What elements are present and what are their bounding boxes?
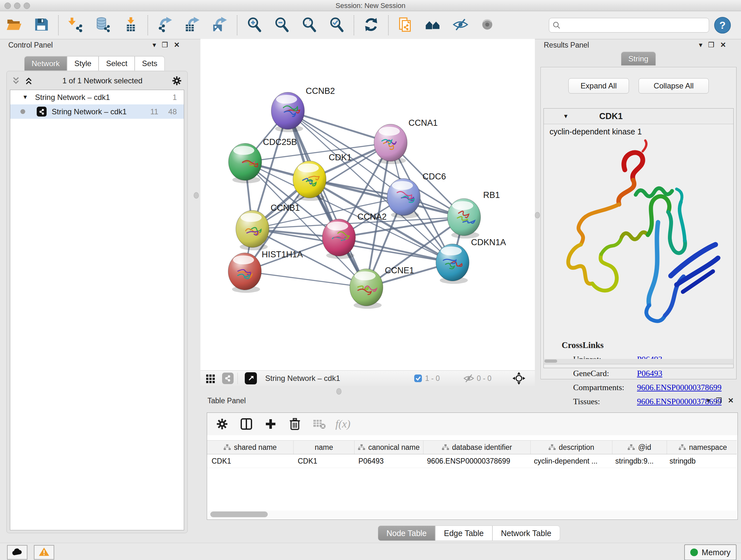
column-header-namespace[interactable]: namespace — [667, 441, 737, 454]
table-cell[interactable]: 9606.ENSP00000378699 — [422, 454, 529, 468]
hidden-eye-icon[interactable] — [463, 374, 474, 383]
export-image-button[interactable] — [211, 16, 229, 35]
network-node-RB1[interactable]: RB1 — [448, 190, 500, 239]
protein-structure-image — [549, 139, 728, 334]
close-panel-icon[interactable]: ✕ — [728, 397, 734, 404]
close-panel-icon[interactable]: ✕ — [174, 42, 180, 49]
import-network-from-database-button[interactable] — [94, 16, 112, 35]
network-view-title: String Network – cdk1 — [265, 374, 340, 383]
table-cell[interactable]: stringdb:9... — [611, 454, 665, 468]
network-view-toolbar: String Network – cdk1 1 - 0 0 - 0 — [200, 370, 535, 386]
collapse-entry-icon[interactable]: ▼ — [563, 113, 569, 120]
node-table: shared namenamecanonical namedatabase id… — [207, 440, 737, 468]
export-table-button[interactable] — [183, 16, 202, 35]
hide-unhide-button[interactable] — [451, 16, 470, 35]
collapse-all-networks-icon[interactable] — [12, 76, 20, 85]
network-name: String Network – cdk1 — [52, 107, 127, 116]
panel-menu-icon[interactable]: ▾ — [699, 42, 702, 49]
node-description: cyclin-dependent kinase 1 — [549, 127, 642, 136]
network-edge-CCNA2-CDKN1A — [339, 238, 453, 262]
results-scrollbar[interactable] — [543, 359, 734, 364]
collection-expander-icon[interactable]: ▼ — [22, 94, 28, 101]
tab-sets[interactable]: Sets — [135, 56, 165, 71]
table-cell[interactable]: CDK1 — [207, 454, 293, 468]
panel-menu-icon[interactable]: ▾ — [706, 397, 710, 404]
save-floppy-icon — [33, 17, 49, 34]
node-result-header[interactable]: ▼ CDK1 — [544, 109, 733, 124]
close-panel-icon[interactable]: ✕ — [720, 42, 726, 49]
panel-menu-icon[interactable]: ▾ — [152, 42, 156, 49]
cloud-status-button[interactable] — [7, 545, 27, 560]
network-canvas[interactable]: CCNB2CCNA1CDC25BCDK1CDC6RB1CCNB1CCNA2CDK… — [200, 39, 535, 370]
tab-network[interactable]: Network — [24, 56, 67, 71]
export-network-button[interactable] — [156, 16, 174, 35]
collection-name: String Network – cdk1 — [35, 93, 110, 102]
collapse-all-button[interactable]: Collapse All — [638, 78, 709, 94]
column-header-name[interactable]: name — [293, 441, 354, 454]
float-panel-icon[interactable]: ❒ — [708, 42, 715, 49]
cytoscape-window: { "window": {"title": "Session: New Sess… — [0, 0, 741, 560]
table-row: CDK1CDK1P064939606.ENSP00000378699cyclin… — [207, 454, 737, 468]
crosslink-link[interactable]: 9606.ENSP00000378699 — [637, 383, 722, 392]
import-table-button[interactable] — [121, 16, 140, 35]
column-header-canonical-name[interactable]: canonical name — [354, 441, 423, 454]
table-options-gear-icon[interactable] — [213, 415, 231, 433]
crosslink-link[interactable]: P06493 — [637, 369, 662, 378]
network-node-CCNE1[interactable]: CCNE1 — [350, 266, 414, 309]
network-node-HIST1H1A[interactable]: HIST1H1A — [228, 250, 303, 293]
show-columns-icon[interactable] — [237, 415, 256, 433]
horizontal-splitter-handle[interactable] — [336, 388, 341, 395]
open-session-button[interactable] — [4, 16, 23, 35]
tab-select[interactable]: Select — [98, 56, 135, 71]
tab-network-table[interactable]: Network Table — [492, 525, 560, 541]
import-network-button[interactable] — [66, 16, 85, 35]
tab-node-table[interactable]: Node Table — [378, 525, 435, 541]
network-node-CDKN1A[interactable]: CDKN1A — [436, 238, 506, 284]
grid-mode-icon[interactable] — [205, 373, 216, 383]
float-panel-icon[interactable]: ❒ — [162, 42, 168, 49]
delete-column-trash-icon[interactable] — [286, 415, 304, 433]
table-horizontal-scrollbar[interactable] — [208, 510, 736, 518]
shared-column-icon — [549, 444, 556, 450]
column-header-description[interactable]: description — [531, 441, 612, 454]
zoom-selected-button[interactable] — [327, 16, 346, 35]
float-panel-icon[interactable]: ❒ — [716, 397, 722, 404]
table-cell[interactable]: P06493 — [354, 454, 422, 468]
birdseye-view-icon[interactable] — [245, 372, 257, 384]
table-cell[interactable]: stringdb — [665, 454, 737, 468]
save-session-button[interactable] — [32, 16, 51, 35]
results-scrollbar-thumb[interactable] — [544, 360, 557, 363]
tab-style[interactable]: Style — [67, 56, 98, 71]
network-options-gear-icon[interactable] — [172, 76, 182, 85]
fit-selected-crosshair-icon[interactable] — [513, 372, 525, 385]
expand-all-button[interactable]: Expand All — [568, 78, 629, 94]
column-header-database-identifier[interactable]: database identifier — [423, 441, 531, 454]
warnings-button[interactable] — [34, 545, 54, 560]
network-collection-row[interactable]: ▼ String Network – cdk1 1 — [10, 90, 184, 105]
network-node-CDK1[interactable]: CDK1 — [293, 152, 352, 201]
home-string-button[interactable] — [424, 16, 442, 35]
refresh-layout-button[interactable] — [362, 16, 381, 35]
left-splitter-handle[interactable] — [194, 192, 199, 199]
tab-edge-table[interactable]: Edge Table — [435, 525, 492, 541]
question-mark-glyph: ? — [719, 19, 726, 31]
create-column-plus-icon[interactable] — [261, 415, 280, 433]
selected-checkbox-icon[interactable] — [414, 374, 422, 383]
help-button[interactable]: ? — [714, 17, 731, 34]
table-cell[interactable]: cyclin-dependent ... — [529, 454, 611, 468]
column-header--id[interactable]: @id — [612, 441, 667, 454]
search-box[interactable] — [549, 18, 709, 33]
results-panel-title: Results Panel — [544, 41, 589, 50]
column-header-shared-name[interactable]: shared name — [207, 441, 293, 454]
search-input[interactable] — [564, 21, 706, 30]
expand-all-networks-icon[interactable] — [24, 76, 33, 85]
zoom-in-button[interactable] — [245, 16, 264, 35]
table-cell[interactable]: CDK1 — [293, 454, 354, 468]
tab-string[interactable]: String — [621, 52, 656, 65]
zoom-fit-button[interactable] — [300, 16, 319, 35]
network-row[interactable]: String Network – cdk1 11 48 — [10, 105, 184, 119]
zoom-out-button[interactable] — [273, 16, 291, 35]
duplicate-network-button[interactable] — [396, 16, 415, 35]
memory-button[interactable]: Memory — [684, 544, 737, 560]
table-scrollbar-thumb[interactable] — [210, 511, 268, 517]
